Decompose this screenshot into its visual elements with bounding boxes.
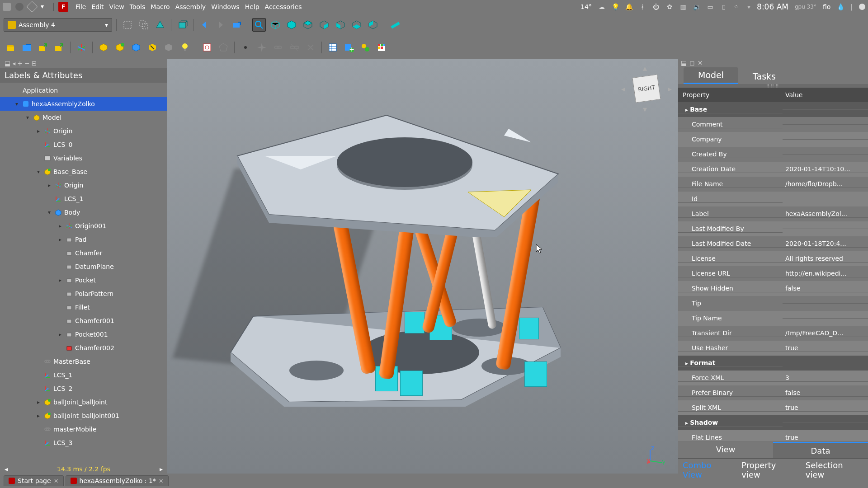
navcube-down-icon[interactable]: ▾ [643,104,647,114]
wifi-icon[interactable]: ᯤ [734,3,741,10]
select-rect-icon[interactable] [121,18,134,32]
close-icon[interactable]: ✕ [54,478,59,484]
property-row[interactable]: LabelhexaAssemblyZol... [678,206,868,221]
sketch-icon[interactable] [200,41,214,54]
link-nav-icon[interactable] [230,18,244,32]
tree-item-lcs_2[interactable]: LCS_2 [0,382,167,395]
expand-icon[interactable]: ▾ [46,209,52,216]
point-icon[interactable] [239,41,252,54]
dock-tab-property-view[interactable]: Property view [737,459,801,474]
select-add-icon[interactable] [137,18,151,32]
menu-edit[interactable]: Edit [89,2,106,11]
view-front-icon[interactable] [285,18,298,32]
prop-value[interactable] [783,303,868,304]
navcube-left-icon[interactable]: ◂ [621,84,625,94]
prop-value[interactable] [783,229,868,229]
axis-icon[interactable] [75,41,88,54]
expand-icon[interactable]: ▸ [35,413,42,419]
property-row[interactable]: Transient Dir/tmp/FreeCAD_D... [678,326,868,341]
property-row[interactable]: Split XMLtrue [678,400,868,415]
rp-grip[interactable]: ⠿⠿⠿ [678,84,868,88]
bulb-icon[interactable]: 💡 [612,3,619,10]
bom-icon[interactable] [326,41,340,54]
clock[interactable]: 8:06 AM [757,2,788,11]
nav-forward-icon[interactable] [214,18,227,32]
tree-item-datumplane[interactable]: DatumPlane [0,260,167,273]
tree-item-balljoint_balljoint001[interactable]: ▸ballJoint_ballJoint001 [0,409,167,422]
bounding-box-icon[interactable] [175,18,189,32]
navcube-up-icon[interactable]: ▴ [643,63,647,73]
tab-tasks[interactable]: Tasks [738,69,790,84]
rp-close-icon[interactable]: ✕ [698,59,703,66]
property-row[interactable]: Id [678,192,868,206]
star-icon[interactable] [255,41,269,54]
expand-icon[interactable]: ▸ [46,182,52,188]
property-row[interactable]: LicenseAll rights reserved [678,251,868,266]
tree-item-origin[interactable]: ▸Origin [0,178,167,192]
tree-item-pocket[interactable]: ▸Pocket [0,273,167,287]
constraint-icon[interactable] [304,41,317,54]
prop-value[interactable]: true [783,434,868,441]
tree-nav-left-icon[interactable]: ◂ [5,465,8,473]
view-top-icon[interactable] [301,18,315,32]
view-bottom-icon[interactable] [350,18,363,32]
dock-tab-selection-view[interactable]: Selection view [801,459,868,474]
expand-icon[interactable]: ▾ [14,101,20,107]
property-row[interactable]: File Name/home/flo/Dropb... [678,177,868,192]
tree-item-model[interactable]: ▾Model [0,111,167,124]
nav-cube[interactable]: ▴ ▾ ◂ ▸ RIGHT [624,66,669,111]
view-rear-icon[interactable] [334,18,347,32]
user-name[interactable]: flo [823,3,830,10]
volume-icon[interactable]: 🔉 [693,3,700,10]
tree-item-variables[interactable]: Variables [0,151,167,165]
dock-tab-combo-view[interactable]: Combo View [678,459,737,474]
measure-icon[interactable] [388,18,402,32]
view-left-icon[interactable] [366,18,380,32]
tree-item-masterbase[interactable]: MasterBase [0,355,167,368]
mobile-icon[interactable]: ▯ [720,3,727,10]
new-part-icon[interactable] [113,41,127,54]
unlink-icon[interactable] [288,41,301,54]
property-row[interactable]: Tip Name [678,311,868,326]
property-row[interactable]: Force XML3 [678,371,868,385]
panel-back-icon[interactable]: ◂ [12,60,15,67]
property-row[interactable]: Comment [678,117,868,132]
view-right-icon[interactable] [317,18,331,32]
nav-back-icon[interactable] [198,18,211,32]
close-icon[interactable] [15,3,24,11]
tree-item-polarpattern[interactable]: PolarPattern [0,287,167,300]
prop-value[interactable] [783,154,868,155]
tree-item-origin[interactable]: ▸Origin [0,124,167,138]
settings-icon[interactable]: ✿ [666,3,673,10]
tree-item-lcs_3[interactable]: LCS_3 [0,436,167,450]
view-iso-icon[interactable] [269,18,282,32]
tree-item-hexaassemblyzolko[interactable]: ▾hexaAssemblyZolko [0,97,167,111]
open-folder-icon[interactable] [20,41,33,54]
property-row[interactable]: Last Modified By [678,221,868,236]
shape-icon[interactable] [217,41,230,54]
tree-item-pad[interactable]: ▸Pad [0,233,167,246]
tab-model[interactable]: Model [684,67,738,84]
panel-pin-icon[interactable]: ⬓ [5,60,10,67]
display-icon[interactable]: ▥ [679,3,687,10]
tree-item-application[interactable]: Application [0,84,167,97]
prop-value[interactable] [783,318,868,319]
new-body-icon[interactable] [97,41,110,54]
tree-item-chamfer002[interactable]: Chamfer002 [0,341,167,355]
property-row[interactable]: Company [678,132,868,147]
rp-pin-icon[interactable]: ⬓ [681,59,687,66]
new-sketch-icon[interactable] [146,41,159,54]
expand-icon[interactable]: ▸ [35,399,42,405]
property-row[interactable]: Prefer Binaryfalse [678,385,868,400]
prop-value[interactable]: hexaAssemblyZol... [783,210,868,218]
close-icon[interactable]: ✕ [159,478,164,484]
prop-value[interactable]: 3 [783,374,868,382]
prop-group[interactable]: Base [678,106,783,113]
menu-accessories[interactable]: Accessories [262,2,305,11]
menu-help[interactable]: Help [242,2,262,11]
fit-zoom-icon[interactable] [252,18,266,32]
menu-macro[interactable]: Macro [148,2,172,11]
expand-icon[interactable]: ▸ [57,331,63,338]
edit-part-icon[interactable] [162,41,175,54]
tree-item-origin001[interactable]: ▸Origin001 [0,219,167,233]
